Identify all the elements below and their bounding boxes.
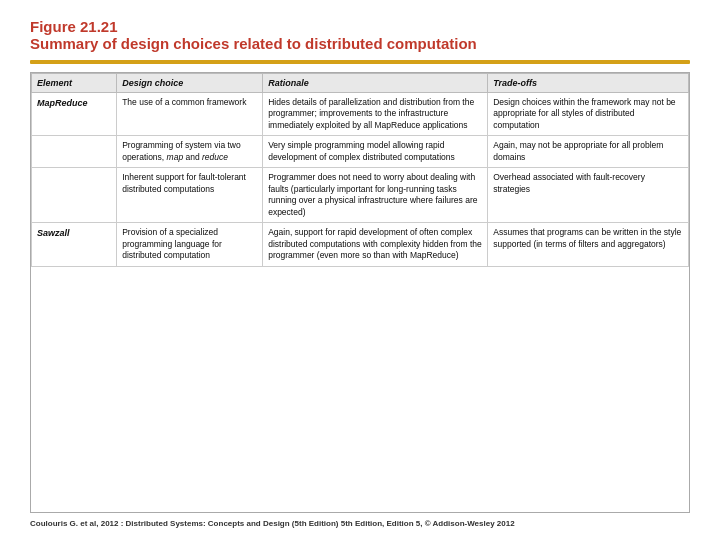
cell-element [32,168,117,223]
cell-design: Provision of a specialized programming l… [117,223,263,266]
title-block: Figure 21.21 Summary of design choices r… [30,18,690,52]
table-container: Element Design choice Rationale Trade-of… [30,72,690,513]
cell-element: MapReduce [32,93,117,136]
slide: Figure 21.21 Summary of design choices r… [0,0,720,540]
table-row: SawzallProvision of a specialized progra… [32,223,689,266]
col-header-design: Design choice [117,74,263,93]
cell-element [32,136,117,168]
cell-rationale: Programmer does not need to worry about … [263,168,488,223]
table-row: MapReduceThe use of a common frameworkHi… [32,93,689,136]
footer: Coulouris G. et al, 2012 : Distributed S… [30,519,690,528]
footer-suffix: 5th Edition, Edition 5, © Addison-Wesley… [339,519,515,528]
title-line2: Summary of design choices related to dis… [30,35,690,52]
cell-tradeoffs: Overhead associated with fault-recovery … [488,168,689,223]
cell-tradeoffs: Again, may not be appropriate for all pr… [488,136,689,168]
main-table: Element Design choice Rationale Trade-of… [31,73,689,267]
col-header-tradeoffs: Trade-offs [488,74,689,93]
footer-prefix: Coulouris G. et al, 2012 : [30,519,126,528]
cell-element: Sawzall [32,223,117,266]
cell-design: The use of a common framework [117,93,263,136]
table-row: Programming of system via two operations… [32,136,689,168]
title-line1: Figure 21.21 [30,18,690,35]
gold-bar [30,60,690,64]
cell-tradeoffs: Design choices within the framework may … [488,93,689,136]
cell-design: Programming of system via two operations… [117,136,263,168]
col-header-rationale: Rationale [263,74,488,93]
table-row: Inherent support for fault-tolerant dist… [32,168,689,223]
col-header-element: Element [32,74,117,93]
cell-rationale: Hides details of parallelization and dis… [263,93,488,136]
cell-rationale: Very simple programming model allowing r… [263,136,488,168]
cell-rationale: Again, support for rapid development of … [263,223,488,266]
footer-bold: Distributed Systems: Concepts and Design… [126,519,339,528]
cell-tradeoffs: Assumes that programs can be written in … [488,223,689,266]
cell-design: Inherent support for fault-tolerant dist… [117,168,263,223]
